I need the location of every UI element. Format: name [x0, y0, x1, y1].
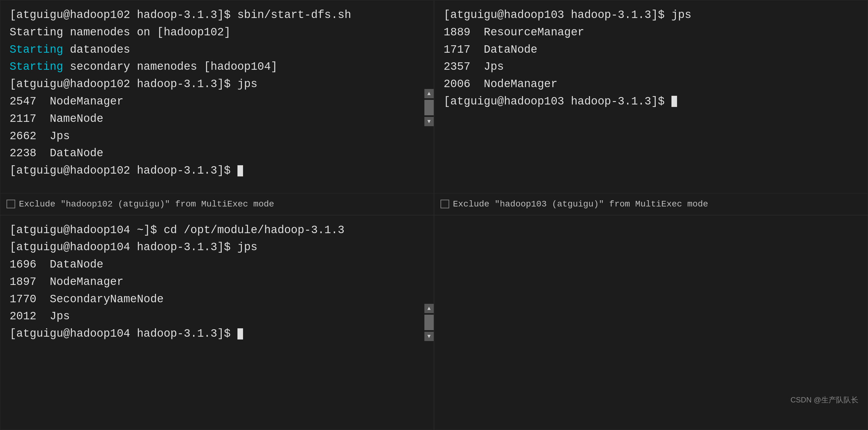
bl-line-3: 1696 DataNode — [10, 256, 424, 273]
footer-label-top-left: Exclude "hadoop102 (atguigu)" from Multi… — [19, 199, 274, 209]
cursor-2 — [672, 96, 677, 107]
pane-top-right-content: [atguigu@hadoop103 hadoop-3.1.3]$ jps 18… — [434, 0, 868, 193]
scroll-down-bottom-left[interactable]: ▼ — [424, 332, 434, 341]
line-3: Starting datanodes — [10, 41, 424, 59]
tr-line-1: [atguigu@hadoop103 hadoop-3.1.3]$ jps — [444, 6, 858, 24]
pane-bottom-right-content — [434, 215, 868, 408]
footer-label-top-right: Exclude "hadoop103 (atguigu)" from Multi… — [453, 199, 708, 209]
scroll-up-bottom-left[interactable]: ▲ — [424, 304, 434, 313]
pane-bottom-right: CSDN @生产队队长 — [434, 215, 868, 430]
pane-top-left-content: [atguigu@hadoop102 hadoop-3.1.3]$ sbin/s… — [0, 0, 434, 193]
scrollbar-bottom-left[interactable]: ▲ ▼ — [424, 304, 434, 341]
line-2: Starting namenodes on [hadoop102] — [10, 24, 424, 41]
footer-top-right: Exclude "hadoop103 (atguigu)" from Multi… — [434, 193, 868, 215]
line-8: 2662 Jps — [10, 128, 424, 145]
tr-line-2: 1889 ResourceManager — [444, 24, 858, 41]
line-6: 2547 NodeManager — [10, 93, 424, 111]
tr-line-5: 2006 NodeManager — [444, 75, 858, 93]
line-4: Starting secondary namenodes [hadoop104] — [10, 58, 424, 75]
line-9: 2238 DataNode — [10, 145, 424, 162]
line-5: [atguigu@hadoop102 hadoop-3.1.3]$ jps — [10, 75, 424, 93]
tr-line-3: 1717 DataNode — [444, 41, 858, 59]
scrollbar-top-left[interactable]: ▲ ▼ — [424, 89, 434, 126]
watermark: CSDN @生产队队长 — [790, 395, 858, 405]
cursor-3 — [238, 328, 243, 339]
line-4-rest: secondary namenodes [hadoop104] — [63, 60, 277, 73]
pane-bottom-left: [atguigu@hadoop104 ~]$ cd /opt/module/ha… — [0, 215, 434, 430]
starting-label-1: Starting — [10, 43, 63, 56]
line-7: 2117 NameNode — [10, 111, 424, 128]
checkbox-top-right[interactable] — [440, 199, 449, 208]
pane-bottom-left-content: [atguigu@hadoop104 ~]$ cd /opt/module/ha… — [0, 215, 434, 408]
scroll-thumb-top-left[interactable] — [424, 100, 434, 115]
tr-line-6: [atguigu@hadoop103 hadoop-3.1.3]$ — [444, 93, 858, 111]
bl-line-4: 1897 NodeManager — [10, 273, 424, 291]
starting-label-2: Starting — [10, 60, 63, 73]
pane-top-right: [atguigu@hadoop103 hadoop-3.1.3]$ jps 18… — [434, 0, 868, 215]
line-10: [atguigu@hadoop102 hadoop-3.1.3]$ — [10, 162, 424, 180]
bl-line-1: [atguigu@hadoop104 ~]$ cd /opt/module/ha… — [10, 222, 424, 239]
scroll-thumb-bottom-left[interactable] — [424, 315, 434, 330]
pane-top-left: [atguigu@hadoop102 hadoop-3.1.3]$ sbin/s… — [0, 0, 434, 215]
scroll-up-top-left[interactable]: ▲ — [424, 89, 434, 98]
footer-top-left: Exclude "hadoop102 (atguigu)" from Multi… — [0, 193, 434, 215]
line-1: [atguigu@hadoop102 hadoop-3.1.3]$ sbin/s… — [10, 6, 424, 24]
bl-line-2: [atguigu@hadoop104 hadoop-3.1.3]$ jps — [10, 239, 424, 256]
terminal-container: [atguigu@hadoop102 hadoop-3.1.3]$ sbin/s… — [0, 0, 868, 430]
checkbox-top-left[interactable] — [6, 199, 15, 208]
bl-line-5: 1770 SecondaryNameNode — [10, 291, 424, 308]
tr-line-4: 2357 Jps — [444, 58, 858, 75]
scroll-down-top-left[interactable]: ▼ — [424, 117, 434, 126]
bl-line-7: [atguigu@hadoop104 hadoop-3.1.3]$ — [10, 325, 424, 343]
line-3-rest: datanodes — [63, 43, 130, 56]
bl-line-6: 2012 Jps — [10, 308, 424, 325]
cursor-1 — [238, 165, 243, 176]
